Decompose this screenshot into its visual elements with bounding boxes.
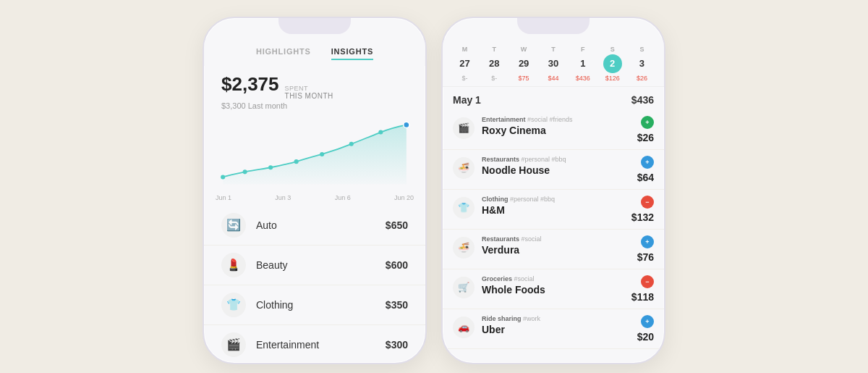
cal-day-tue[interactable]: T 28 $- — [485, 46, 503, 82]
transactions-list: May 1 $436 🎬 Entertainment #social #frie… — [443, 87, 664, 353]
cat-name-beauty: Beauty — [256, 259, 386, 271]
txn-indicator-blue-1: + — [641, 156, 654, 169]
period-label: This month — [285, 92, 333, 100]
cal-day-fri[interactable]: F 1 $436 — [574, 46, 592, 82]
txn-hm[interactable]: 👕 Clothing #personal #bbq H&M − $132 — [443, 190, 664, 230]
svg-point-2 — [268, 165, 273, 169]
cal-day-wed[interactable]: W 29 $75 — [514, 46, 533, 82]
tab-highlights[interactable]: HIGHLIGHTS — [256, 47, 311, 60]
tab-insights[interactable]: INSIGHTS — [331, 47, 373, 60]
cat-amount-beauty: $600 — [386, 259, 408, 271]
category-item-auto[interactable]: 🔄 Auto $650 — [204, 206, 425, 246]
cal-day-thu[interactable]: T 30 $44 — [544, 46, 563, 82]
entertainment-icon: 🎬 — [221, 332, 246, 357]
date-header-may1: May 1 $436 — [443, 87, 664, 110]
txn-uber[interactable]: 🚗 Ride sharing #work Uber + $20 — [443, 309, 664, 349]
phone-transactions: M 27 $- T 28 $- W 29 $75 T 30 $44 — [441, 17, 665, 364]
cal-day-sun[interactable]: S 3 $26 — [632, 46, 651, 82]
txn-indicator-red-1: − — [641, 196, 654, 209]
txn-details-hm: Clothing #personal #bbq H&M — [482, 196, 631, 216]
category-item-clothing[interactable]: 👕 Clothing $350 — [204, 285, 425, 325]
txn-details-verdura: Restaurants #social Verdura — [482, 235, 637, 256]
spending-amount: $2,375 SPENT This month — [221, 73, 408, 100]
clothing-icon: 👕 — [221, 293, 246, 317]
txn-details-uber: Ride sharing #work Uber — [482, 315, 637, 335]
spending-header: $2,375 SPENT This month $3,300 Last mont… — [204, 66, 425, 114]
txn-noodle-house[interactable]: 🍜 Restaurants #personal #bbq Noodle Hous… — [443, 150, 664, 190]
cal-day-sat[interactable]: S 2 $126 — [603, 46, 622, 82]
svg-point-3 — [294, 159, 299, 164]
calendar-row: M 27 $- T 28 $- W 29 $75 T 30 $44 — [443, 38, 664, 87]
amount-value: $2,375 — [221, 73, 279, 96]
txn-indicator-red-2: − — [641, 275, 654, 288]
svg-point-1 — [243, 169, 247, 174]
phone-notch — [278, 18, 351, 34]
beauty-icon: 💄 — [221, 253, 246, 277]
spent-label: SPENT — [285, 85, 333, 92]
category-item-entertainment[interactable]: 🎬 Entertainment $300 — [204, 325, 425, 363]
rideshare-txn-icon: 🚗 — [453, 317, 475, 338]
cat-name-entertainment: Entertainment — [256, 339, 386, 351]
txn-details-noodle: Restaurants #personal #bbq Noodle House — [482, 156, 637, 176]
txn-verdura[interactable]: 🍜 Restaurants #social Verdura + $76 — [443, 230, 664, 269]
last-month-label: $3,300 Last month — [221, 101, 408, 110]
date-header-may2: TODAY ● May 2 $128 — [443, 349, 664, 353]
phone-insights: HIGHLIGHTS INSIGHTS $2,375 SPENT This mo… — [203, 17, 427, 364]
svg-point-6 — [378, 130, 383, 134]
entertainment-txn-icon: 🎬 — [453, 117, 475, 139]
phone-notch-2 — [517, 18, 590, 34]
svg-point-7 — [404, 122, 409, 127]
restaurant-txn-icon-2: 🍜 — [453, 237, 475, 259]
restaurant-txn-icon-1: 🍜 — [453, 157, 475, 179]
cal-day-mon[interactable]: M 27 $- — [455, 46, 474, 82]
svg-point-5 — [349, 141, 354, 146]
txn-indicator-blue-2: + — [641, 235, 654, 248]
tabs-container: HIGHLIGHTS INSIGHTS — [204, 38, 425, 66]
cat-amount-clothing: $350 — [386, 299, 408, 311]
txn-details-wholefoods1: Groceries #social Whole Foods — [482, 275, 631, 296]
svg-point-0 — [221, 175, 225, 179]
txn-details-roxy: Entertainment #social #friends Roxy Cine… — [482, 116, 637, 136]
clothing-txn-icon: 👕 — [453, 197, 475, 219]
spending-chart — [204, 114, 425, 194]
svg-point-4 — [320, 151, 324, 156]
txn-roxy-cinema[interactable]: 🎬 Entertainment #social #friends Roxy Ci… — [443, 110, 664, 150]
cat-name-auto: Auto — [256, 219, 386, 231]
category-item-beauty[interactable]: 💄 Beauty $600 — [204, 246, 425, 285]
auto-icon: 🔄 — [221, 213, 246, 238]
cat-amount-entertainment: $300 — [386, 339, 408, 351]
date-label-may1: May 1 — [453, 94, 481, 106]
txn-whole-foods-1[interactable]: 🛒 Groceries #social Whole Foods − $118 — [443, 269, 664, 309]
txn-indicator-blue-3: + — [641, 315, 654, 328]
category-list: 🔄 Auto $650 💄 Beauty $600 👕 Clothing $35… — [204, 201, 425, 363]
cat-amount-auto: $650 — [386, 219, 408, 231]
grocery-txn-icon-1: 🛒 — [453, 277, 475, 298]
txn-indicator-green: + — [641, 116, 654, 129]
date-total-may1: $436 — [631, 94, 654, 106]
cat-name-clothing: Clothing — [256, 299, 386, 311]
